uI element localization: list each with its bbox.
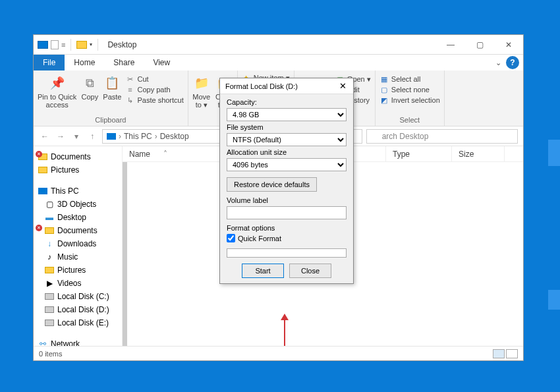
move-to-button[interactable]: 📁Move to ▾: [192, 73, 211, 109]
select-all-button[interactable]: ▦Select all: [379, 74, 440, 84]
tab-share[interactable]: Share: [104, 55, 144, 70]
dialog-titlebar: Format Local Disk (D:) ✕: [220, 78, 353, 94]
tab-home[interactable]: Home: [65, 55, 104, 70]
selectnone-icon: ▢: [379, 85, 389, 94]
capacity-select[interactable]: 4.98 GB: [227, 108, 347, 121]
allocation-label: Allocation unit size: [227, 148, 347, 156]
chevron-down-icon[interactable]: ▾: [90, 42, 92, 47]
cut-button[interactable]: ✂Cut: [125, 74, 183, 84]
item-count: 0 items: [39, 350, 62, 358]
search-input[interactable]: arch Desktop: [366, 129, 518, 144]
capacity-label: Capacity:: [227, 98, 347, 106]
desktop-icon: ▬: [44, 213, 55, 222]
invert-selection-button[interactable]: ◩Invert selection: [379, 96, 440, 105]
col-size[interactable]: Size: [452, 146, 505, 161]
group-label-select: Select: [400, 116, 420, 125]
path-icon: ≡: [125, 85, 134, 94]
tree-item[interactable]: Local Disk (D:): [38, 303, 121, 316]
pin-to-quick-access-button[interactable]: 📌Pin to Quick access: [38, 73, 76, 109]
paste-icon: 📋: [103, 74, 121, 92]
col-type[interactable]: Type: [386, 146, 452, 161]
folder-icon: [76, 41, 87, 49]
copy-button[interactable]: ⧉Copy: [80, 73, 99, 101]
tree-item[interactable]: Documents: [38, 224, 121, 237]
copy-icon: ⧉: [80, 74, 99, 92]
cube-icon: ▢: [44, 200, 55, 209]
pc-icon: [38, 41, 48, 49]
folder-icon: [45, 267, 54, 273]
shortcut-icon: ↳: [125, 96, 134, 105]
group-select: ▦Select all ▢Select none ◩Invert selecti…: [376, 70, 445, 126]
group-label-clipboard: Clipboard: [95, 116, 126, 125]
nav-tree: Documents Pictures This PC ▢3D Objects ▬…: [34, 146, 123, 346]
tree-item[interactable]: Pictures: [38, 163, 121, 177]
filesystem-select[interactable]: NTFS (Default): [227, 133, 347, 146]
tab-file[interactable]: File: [34, 55, 65, 70]
folder-icon: [45, 227, 54, 234]
move-icon: 📁: [192, 74, 211, 92]
tree-item[interactable]: Local Disk (C:): [38, 290, 121, 303]
disk-icon: [45, 293, 54, 300]
crumb-thispc[interactable]: This PC: [124, 132, 152, 141]
up-button[interactable]: ↑: [86, 132, 98, 141]
tab-view[interactable]: View: [144, 55, 179, 70]
folder-icon: [38, 167, 47, 173]
restore-defaults-button[interactable]: Restore device defaults: [227, 177, 317, 192]
annotation-arrow: [284, 320, 285, 346]
tree-item[interactable]: Documents: [38, 150, 121, 163]
paste-button[interactable]: 📋Paste: [103, 73, 121, 101]
copy-path-button[interactable]: ≡Copy path: [125, 85, 183, 94]
pin-icon: 📌: [48, 74, 67, 92]
tree-item[interactable]: ♪Music: [38, 250, 121, 264]
pc-icon: [107, 133, 116, 140]
scissors-icon: ✂: [125, 74, 134, 84]
view-details-button[interactable]: [493, 349, 505, 358]
music-icon: ♪: [44, 252, 55, 262]
tree-item-thispc[interactable]: This PC: [38, 184, 121, 198]
ribbon-collapse-button[interactable]: ⌄: [491, 55, 505, 70]
minimize-button[interactable]: —: [436, 35, 465, 54]
tree-item[interactable]: Pictures: [38, 264, 121, 277]
tree-item[interactable]: ↓Downloads: [38, 237, 121, 250]
maximize-button[interactable]: ▢: [465, 35, 494, 54]
paste-shortcut-button[interactable]: ↳Paste shortcut: [125, 96, 183, 105]
folder-icon: [38, 154, 47, 160]
filesystem-label: File system: [227, 123, 347, 131]
document-icon: [51, 40, 59, 49]
format-dialog: Format Local Disk (D:) ✕ Capacity: 4.98 …: [219, 78, 354, 284]
progress-bar: [227, 248, 347, 258]
allocation-select[interactable]: 4096 bytes: [227, 158, 347, 171]
disk-icon: [45, 320, 54, 326]
help-button[interactable]: ?: [506, 56, 519, 69]
tree-item[interactable]: ▬Desktop: [38, 211, 121, 224]
volume-label-input[interactable]: [227, 206, 347, 219]
tree-item[interactable]: Local Disk (E:): [38, 316, 121, 329]
tree-item[interactable]: ▢3D Objects: [38, 198, 121, 211]
start-button[interactable]: Start: [242, 264, 284, 278]
network-icon: ⚯: [38, 339, 48, 346]
equals-icon: ≡: [61, 41, 65, 49]
tree-item[interactable]: ▶Videos: [38, 277, 121, 290]
close-icon[interactable]: ✕: [337, 81, 348, 91]
invert-icon: ◩: [379, 96, 389, 105]
select-none-button[interactable]: ▢Select none: [379, 85, 440, 94]
titlebar: ≡ ▾ Desktop — ▢ ✕: [34, 35, 523, 55]
close-button[interactable]: ✕: [494, 35, 523, 54]
group-clipboard: 📌Pin to Quick access ⧉Copy 📋Paste ✂Cut ≡…: [34, 70, 188, 126]
tree-item-network[interactable]: ⚯Network: [38, 337, 121, 346]
scroll-indicator: [123, 162, 127, 346]
volume-label-label: Volume label: [227, 196, 347, 204]
back-button[interactable]: ←: [39, 132, 51, 141]
col-name[interactable]: Name˄: [123, 146, 221, 161]
forward-button[interactable]: →: [55, 132, 67, 141]
quick-format-checkbox[interactable]: Quick Format: [227, 234, 347, 242]
view-icons-button[interactable]: [506, 349, 518, 358]
crumb-desktop[interactable]: Desktop: [160, 132, 189, 141]
quick-access-toolbar: ≡ ▾: [34, 39, 105, 51]
close-button[interactable]: Close: [289, 264, 331, 278]
chevron-down-icon[interactable]: ▾: [70, 132, 82, 141]
status-bar: 0 items: [34, 346, 523, 360]
ribbon-tabs: File Home Share View ⌄ ?: [34, 55, 523, 70]
dialog-title: Format Local Disk (D:): [225, 82, 298, 90]
format-options-label: Format options: [227, 224, 347, 232]
